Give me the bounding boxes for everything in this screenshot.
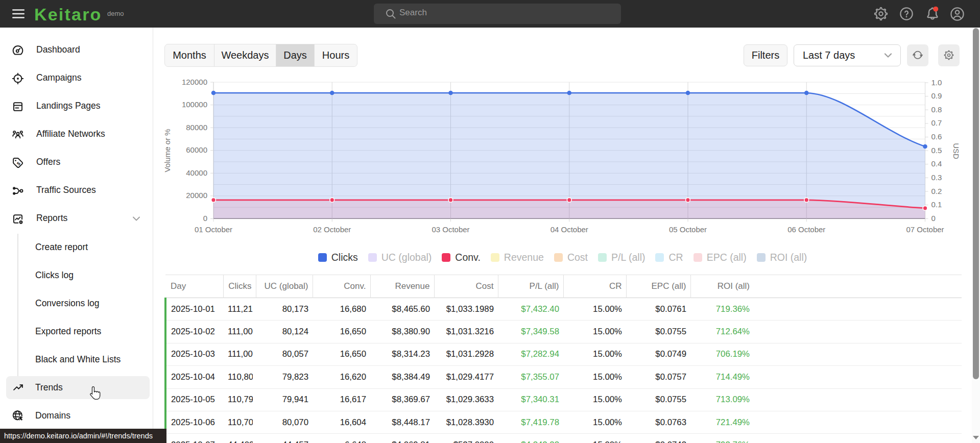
svg-text:80000: 80000 bbox=[186, 123, 207, 132]
svg-text:Volume or %: Volume or % bbox=[163, 129, 172, 172]
svg-text:0.3: 0.3 bbox=[931, 173, 942, 182]
svg-text:120000: 120000 bbox=[182, 78, 207, 86]
svg-text:05 October: 05 October bbox=[669, 225, 707, 234]
svg-text:0.2: 0.2 bbox=[931, 187, 942, 195]
svg-text:60000: 60000 bbox=[186, 145, 207, 154]
svg-text:03 October: 03 October bbox=[432, 225, 469, 234]
svg-text:USD: USD bbox=[952, 143, 961, 159]
svg-text:01 October: 01 October bbox=[195, 225, 232, 234]
svg-text:0: 0 bbox=[931, 214, 936, 223]
svg-text:0.8: 0.8 bbox=[931, 105, 942, 114]
svg-text:0: 0 bbox=[203, 214, 207, 223]
svg-text:0.4: 0.4 bbox=[931, 159, 942, 168]
svg-text:1.0: 1.0 bbox=[931, 78, 942, 87]
svg-text:0.6: 0.6 bbox=[931, 132, 942, 141]
svg-text:0.9: 0.9 bbox=[931, 91, 942, 100]
svg-text:06 October: 06 October bbox=[787, 225, 825, 234]
svg-text:0.1: 0.1 bbox=[931, 200, 942, 209]
svg-text:20000: 20000 bbox=[186, 191, 207, 200]
svg-text:100000: 100000 bbox=[182, 100, 207, 109]
svg-text:04 October: 04 October bbox=[551, 225, 588, 234]
svg-text:0.5: 0.5 bbox=[931, 146, 942, 155]
svg-text:40000: 40000 bbox=[186, 168, 207, 177]
svg-text:0.7: 0.7 bbox=[931, 118, 942, 127]
svg-text:02 October: 02 October bbox=[313, 225, 351, 234]
svg-text:07 October: 07 October bbox=[906, 225, 944, 234]
